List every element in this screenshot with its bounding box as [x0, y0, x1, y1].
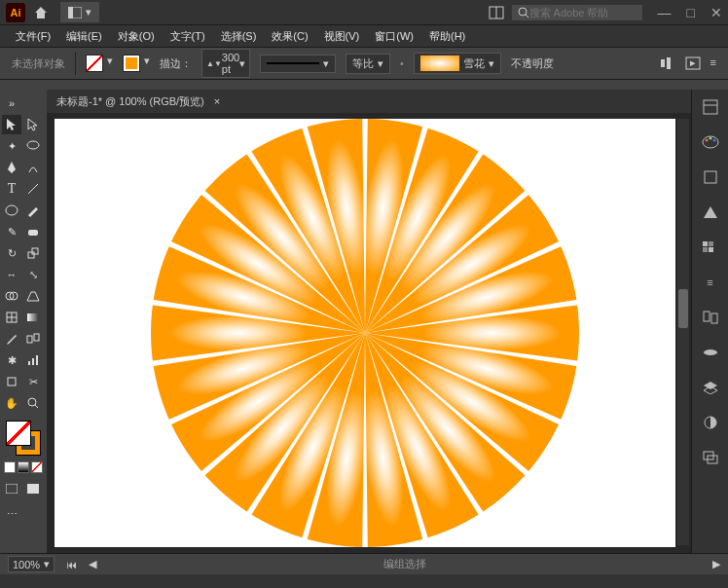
ellipse-tool[interactable]	[2, 201, 21, 220]
magic-wand-tool[interactable]: ✦	[2, 136, 21, 156]
menu-help[interactable]: 帮助(H)	[421, 29, 473, 44]
artwork-sunburst[interactable]	[136, 119, 594, 547]
expand-panel-icon[interactable]: »	[2, 93, 21, 113]
svg-rect-31	[27, 484, 39, 494]
color-panel-icon[interactable]	[701, 132, 720, 152]
screen-mode-normal[interactable]	[2, 479, 21, 498]
canvas-area: 未标题-1* @ 100% (RGB/预览) ×	[47, 90, 691, 553]
menu-edit[interactable]: 编辑(E)	[58, 29, 110, 44]
color-mode-icon[interactable]	[4, 461, 16, 473]
svg-line-11	[28, 184, 38, 194]
arrange-docs-icon[interactable]	[489, 6, 504, 19]
fill-stroke-control[interactable]	[6, 421, 41, 456]
menubar: 文件(F) 编辑(E) 对象(O) 文字(T) 选择(S) 效果(C) 视图(V…	[0, 25, 728, 47]
menu-view[interactable]: 视图(V)	[316, 29, 368, 44]
slice-tool[interactable]: ✂	[23, 372, 43, 391]
gradient-mode-icon[interactable]	[18, 461, 29, 473]
search-input[interactable]	[529, 7, 637, 18]
transform-icon[interactable]: ▸	[685, 56, 701, 70]
symbols-panel-icon[interactable]	[701, 308, 720, 327]
stroke-style-dropdown[interactable]: ▾	[260, 55, 336, 73]
properties-panel-icon[interactable]	[701, 97, 720, 117]
nav-first-icon[interactable]: ⏮	[66, 559, 77, 570]
shaper-tool[interactable]: ✎	[2, 222, 21, 241]
svg-line-29	[35, 405, 38, 408]
perspective-tool[interactable]	[23, 286, 43, 306]
stroke-dropdown-icon[interactable]: ▾	[144, 55, 150, 72]
svg-rect-26	[36, 355, 38, 365]
width-tool[interactable]: ↔	[2, 265, 21, 284]
color-guide-panel-icon[interactable]	[701, 202, 720, 222]
search-box[interactable]	[512, 5, 642, 20]
minimize-button[interactable]: —	[658, 5, 672, 20]
canvas[interactable]	[55, 119, 675, 547]
line-tool[interactable]	[23, 179, 43, 199]
vertical-scrollbar[interactable]	[677, 119, 689, 545]
selection-tool[interactable]	[2, 115, 21, 134]
edit-toolbar-icon[interactable]: ⋯	[2, 504, 21, 524]
graph-tool[interactable]	[23, 350, 43, 370]
type-tool[interactable]: T	[2, 179, 21, 199]
svg-rect-40	[703, 241, 708, 246]
pen-tool[interactable]	[2, 158, 21, 177]
eyedropper-tool[interactable]	[2, 329, 21, 349]
menu-type[interactable]: 文字(T)	[163, 29, 213, 44]
options-menu-icon[interactable]: ≡	[710, 56, 716, 70]
nav-prev-icon[interactable]: ◀	[89, 558, 96, 570]
menu-file[interactable]: 文件(F)	[8, 29, 58, 44]
rotate-tool[interactable]: ↻	[2, 243, 21, 263]
fill-dropdown-icon[interactable]: ▾	[107, 55, 113, 72]
artboards-panel-icon[interactable]	[701, 448, 720, 467]
libraries-panel-icon[interactable]	[701, 167, 720, 187]
symbol-sprayer-tool[interactable]: ✱	[2, 350, 21, 370]
stroke-weight-input[interactable]: ▲▼ 300 pt ▾	[201, 49, 250, 78]
svg-rect-21	[27, 313, 39, 321]
align-icon[interactable]	[660, 56, 675, 70]
document-tab[interactable]: 未标题-1* @ 100% (RGB/预览) ×	[47, 90, 691, 113]
workspace-switcher[interactable]: ▾	[60, 2, 99, 22]
menu-window[interactable]: 窗口(W)	[367, 29, 421, 44]
stroke-profile-dropdown[interactable]: 雪花▾	[414, 53, 501, 74]
svg-rect-42	[703, 247, 708, 252]
lasso-tool[interactable]	[23, 136, 43, 156]
hand-tool[interactable]: ✋	[2, 393, 21, 413]
none-mode-icon[interactable]	[31, 461, 43, 473]
artboard-tool[interactable]	[2, 372, 21, 391]
blend-tool[interactable]	[23, 329, 43, 349]
free-transform-tool[interactable]: ⤡	[23, 265, 43, 284]
fill-color-icon[interactable]	[6, 421, 31, 446]
menu-object[interactable]: 对象(O)	[110, 29, 163, 44]
svg-point-28	[28, 398, 36, 406]
brushes-panel-icon[interactable]: ≡	[701, 273, 720, 292]
zoom-level-input[interactable]: 100%▾	[8, 556, 55, 572]
svg-point-4	[519, 8, 527, 16]
close-button[interactable]: ✕	[710, 5, 722, 20]
fill-swatch[interactable]	[86, 55, 103, 72]
stroke-uniform-dropdown[interactable]: 等比▾	[346, 54, 390, 74]
close-tab-button[interactable]: ×	[214, 95, 220, 107]
paintbrush-tool[interactable]	[23, 201, 43, 220]
gradient-tool[interactable]	[23, 308, 43, 327]
menu-effect[interactable]: 效果(C)	[264, 29, 315, 44]
menu-select[interactable]: 选择(S)	[213, 29, 265, 44]
zoom-tool[interactable]	[23, 393, 43, 413]
swatches-panel-icon[interactable]	[701, 238, 720, 257]
maximize-button[interactable]: □	[687, 5, 695, 20]
svg-rect-7	[667, 57, 671, 69]
svg-rect-27	[8, 378, 16, 386]
eraser-tool[interactable]	[23, 222, 43, 241]
scale-tool[interactable]	[23, 243, 43, 263]
transparency-panel-icon[interactable]	[701, 413, 720, 432]
svg-rect-1	[68, 7, 73, 18]
home-icon[interactable]	[33, 5, 49, 20]
stroke-panel-icon[interactable]	[701, 343, 720, 362]
direct-selection-tool[interactable]	[23, 115, 43, 134]
shape-builder-tool[interactable]	[2, 286, 21, 306]
layers-panel-icon[interactable]	[701, 378, 720, 397]
search-icon	[518, 7, 529, 18]
screen-mode-full[interactable]	[23, 479, 43, 498]
nav-next-icon[interactable]: ▶	[712, 558, 720, 570]
curvature-tool[interactable]	[23, 158, 43, 177]
stroke-swatch[interactable]	[123, 55, 140, 72]
mesh-tool[interactable]	[2, 308, 21, 327]
